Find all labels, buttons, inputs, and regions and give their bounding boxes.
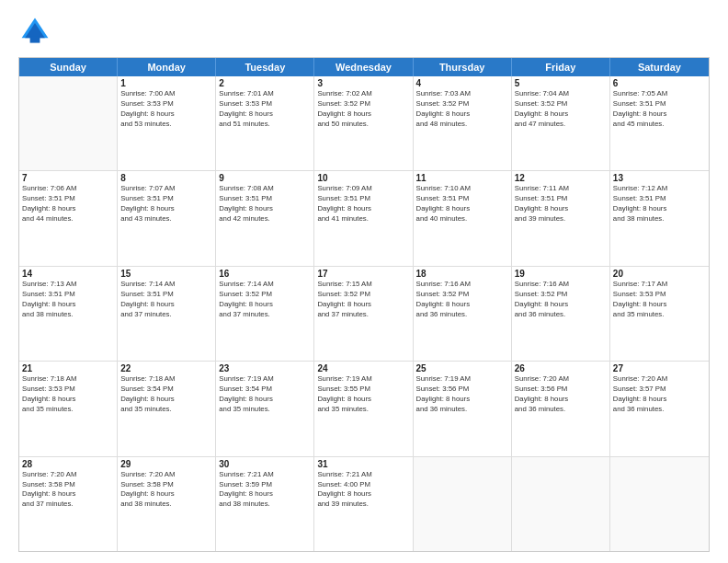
- header: [18, 15, 710, 48]
- calendar-cell: 15Sunrise: 7:14 AMSunset: 3:51 PMDayligh…: [118, 267, 216, 361]
- calendar-row-4: 28Sunrise: 7:20 AMSunset: 3:58 PMDayligh…: [19, 456, 709, 551]
- calendar-cell: 6Sunrise: 7:05 AMSunset: 3:51 PMDaylight…: [610, 76, 709, 170]
- day-info: Sunrise: 7:09 AMSunset: 3:51 PMDaylight:…: [317, 184, 409, 224]
- day-number: 11: [416, 173, 508, 183]
- day-number: 24: [317, 363, 409, 373]
- day-number: 5: [515, 78, 607, 88]
- header-day-wednesday: Wednesday: [314, 58, 413, 76]
- day-number: 10: [317, 173, 409, 183]
- day-number: 4: [416, 78, 508, 88]
- day-info: Sunrise: 7:18 AMSunset: 3:53 PMDaylight:…: [22, 374, 114, 415]
- calendar-cell: 5Sunrise: 7:04 AMSunset: 3:52 PMDaylight…: [512, 76, 610, 170]
- calendar-cell: 24Sunrise: 7:19 AMSunset: 3:55 PMDayligh…: [314, 362, 413, 455]
- calendar-cell: 30Sunrise: 7:21 AMSunset: 3:59 PMDayligh…: [216, 457, 314, 551]
- calendar-row-3: 21Sunrise: 7:18 AMSunset: 3:53 PMDayligh…: [19, 361, 709, 455]
- day-info: Sunrise: 7:21 AMSunset: 4:00 PMDaylight:…: [317, 470, 409, 511]
- day-info: Sunrise: 7:16 AMSunset: 3:52 PMDaylight:…: [515, 280, 607, 320]
- day-number: 26: [515, 363, 607, 373]
- calendar-cell: 31Sunrise: 7:21 AMSunset: 4:00 PMDayligh…: [314, 457, 413, 551]
- day-info: Sunrise: 7:15 AMSunset: 3:52 PMDaylight:…: [317, 280, 409, 320]
- day-info: Sunrise: 7:19 AMSunset: 3:54 PMDaylight:…: [219, 374, 311, 415]
- calendar-cell: 10Sunrise: 7:09 AMSunset: 3:51 PMDayligh…: [314, 171, 413, 265]
- calendar-cell: 21Sunrise: 7:18 AMSunset: 3:53 PMDayligh…: [19, 362, 118, 455]
- calendar-cell: 23Sunrise: 7:19 AMSunset: 3:54 PMDayligh…: [216, 362, 314, 455]
- calendar-cell: 3Sunrise: 7:02 AMSunset: 3:52 PMDaylight…: [314, 76, 413, 170]
- day-info: Sunrise: 7:07 AMSunset: 3:51 PMDaylight:…: [120, 184, 212, 224]
- calendar-cell: 7Sunrise: 7:06 AMSunset: 3:51 PMDaylight…: [19, 171, 118, 265]
- calendar-cell: 17Sunrise: 7:15 AMSunset: 3:52 PMDayligh…: [314, 267, 413, 361]
- day-info: Sunrise: 7:14 AMSunset: 3:52 PMDaylight:…: [219, 280, 311, 320]
- day-number: 3: [317, 78, 409, 88]
- calendar-cell: 18Sunrise: 7:16 AMSunset: 3:52 PMDayligh…: [414, 267, 512, 361]
- calendar-cell: 14Sunrise: 7:13 AMSunset: 3:51 PMDayligh…: [19, 267, 118, 361]
- calendar-cell: 27Sunrise: 7:20 AMSunset: 3:57 PMDayligh…: [610, 362, 709, 455]
- day-number: 30: [219, 459, 311, 469]
- day-info: Sunrise: 7:21 AMSunset: 3:59 PMDaylight:…: [219, 470, 311, 511]
- calendar-cell: 25Sunrise: 7:19 AMSunset: 3:56 PMDayligh…: [414, 362, 512, 455]
- day-info: Sunrise: 7:00 AMSunset: 3:53 PMDaylight:…: [120, 89, 212, 130]
- page: SundayMondayTuesdayWednesdayThursdayFrid…: [0, 0, 728, 563]
- day-number: 16: [219, 269, 311, 279]
- day-info: Sunrise: 7:13 AMSunset: 3:51 PMDaylight:…: [22, 280, 114, 320]
- day-number: 20: [613, 269, 706, 279]
- day-info: Sunrise: 7:16 AMSunset: 3:52 PMDaylight:…: [416, 280, 508, 320]
- calendar-row-1: 7Sunrise: 7:06 AMSunset: 3:51 PMDaylight…: [19, 170, 709, 265]
- calendar-cell: 12Sunrise: 7:11 AMSunset: 3:51 PMDayligh…: [512, 171, 610, 265]
- header-day-friday: Friday: [512, 58, 610, 76]
- day-info: Sunrise: 7:06 AMSunset: 3:51 PMDaylight:…: [22, 184, 114, 224]
- header-day-tuesday: Tuesday: [216, 58, 314, 76]
- calendar-cell: 11Sunrise: 7:10 AMSunset: 3:51 PMDayligh…: [414, 171, 512, 265]
- day-info: Sunrise: 7:03 AMSunset: 3:52 PMDaylight:…: [416, 89, 508, 130]
- day-number: 14: [22, 269, 114, 279]
- day-number: 25: [416, 363, 508, 373]
- day-number: 29: [120, 459, 212, 469]
- day-number: 19: [515, 269, 607, 279]
- day-info: Sunrise: 7:19 AMSunset: 3:55 PMDaylight:…: [317, 374, 409, 415]
- calendar-row-0: 1Sunrise: 7:00 AMSunset: 3:53 PMDaylight…: [19, 76, 709, 170]
- calendar-header: SundayMondayTuesdayWednesdayThursdayFrid…: [19, 58, 709, 76]
- calendar-cell: 13Sunrise: 7:12 AMSunset: 3:51 PMDayligh…: [610, 171, 709, 265]
- calendar-cell: [512, 457, 610, 551]
- day-info: Sunrise: 7:12 AMSunset: 3:51 PMDaylight:…: [613, 184, 706, 224]
- day-number: 13: [613, 173, 706, 183]
- calendar-cell: 19Sunrise: 7:16 AMSunset: 3:52 PMDayligh…: [512, 267, 610, 361]
- day-info: Sunrise: 7:10 AMSunset: 3:51 PMDaylight:…: [416, 184, 508, 224]
- day-info: Sunrise: 7:20 AMSunset: 3:58 PMDaylight:…: [120, 470, 212, 511]
- day-number: 27: [613, 363, 706, 373]
- day-number: 22: [120, 363, 212, 373]
- day-info: Sunrise: 7:19 AMSunset: 3:56 PMDaylight:…: [416, 374, 508, 415]
- day-info: Sunrise: 7:14 AMSunset: 3:51 PMDaylight:…: [120, 280, 212, 320]
- calendar-cell: 4Sunrise: 7:03 AMSunset: 3:52 PMDaylight…: [414, 76, 512, 170]
- day-number: 17: [317, 269, 409, 279]
- calendar-cell: 26Sunrise: 7:20 AMSunset: 3:56 PMDayligh…: [512, 362, 610, 455]
- header-day-monday: Monday: [118, 58, 216, 76]
- day-number: 8: [120, 173, 212, 183]
- calendar-cell: 16Sunrise: 7:14 AMSunset: 3:52 PMDayligh…: [216, 267, 314, 361]
- day-number: 1: [120, 78, 212, 88]
- day-number: 31: [317, 459, 409, 469]
- day-info: Sunrise: 7:20 AMSunset: 3:57 PMDaylight:…: [613, 374, 706, 415]
- calendar-cell: [610, 457, 709, 551]
- calendar-cell: [414, 457, 512, 551]
- header-day-sunday: Sunday: [19, 58, 118, 76]
- day-info: Sunrise: 7:02 AMSunset: 3:52 PMDaylight:…: [317, 89, 409, 130]
- header-day-saturday: Saturday: [610, 58, 709, 76]
- calendar-row-2: 14Sunrise: 7:13 AMSunset: 3:51 PMDayligh…: [19, 266, 709, 361]
- calendar-cell: 8Sunrise: 7:07 AMSunset: 3:51 PMDaylight…: [118, 171, 216, 265]
- day-number: 15: [120, 269, 212, 279]
- calendar: SundayMondayTuesdayWednesdayThursdayFrid…: [18, 57, 710, 552]
- day-number: 28: [22, 459, 114, 469]
- day-number: 18: [416, 269, 508, 279]
- day-info: Sunrise: 7:08 AMSunset: 3:51 PMDaylight:…: [219, 184, 311, 224]
- calendar-cell: [19, 76, 118, 170]
- day-number: 7: [22, 173, 114, 183]
- day-info: Sunrise: 7:17 AMSunset: 3:53 PMDaylight:…: [613, 280, 706, 320]
- logo-icon: [18, 15, 51, 48]
- day-info: Sunrise: 7:11 AMSunset: 3:51 PMDaylight:…: [515, 184, 607, 224]
- logo: [18, 15, 55, 48]
- day-number: 9: [219, 173, 311, 183]
- calendar-cell: 22Sunrise: 7:18 AMSunset: 3:54 PMDayligh…: [118, 362, 216, 455]
- day-info: Sunrise: 7:05 AMSunset: 3:51 PMDaylight:…: [613, 89, 706, 130]
- day-number: 2: [219, 78, 311, 88]
- calendar-cell: 28Sunrise: 7:20 AMSunset: 3:58 PMDayligh…: [19, 457, 118, 551]
